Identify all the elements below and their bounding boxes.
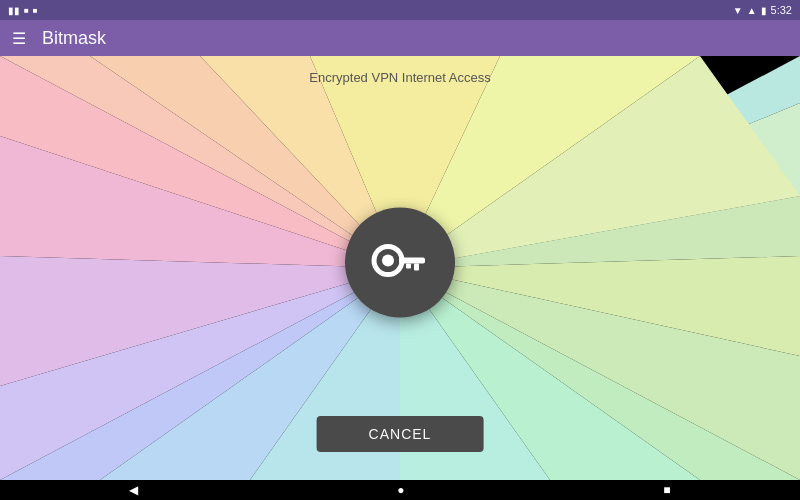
app-icon-1: ■ (24, 6, 29, 15)
network-icon: ▲ (747, 5, 757, 16)
main-content: Encrypted VPN Internet Access CANCEL (0, 56, 800, 480)
status-right: ▼ ▲ ▮ 5:32 (733, 4, 792, 16)
vpn-key-icon[interactable] (345, 208, 455, 318)
recent-button[interactable]: ■ (663, 483, 670, 497)
cancel-button[interactable]: CANCEL (317, 416, 484, 452)
signal-icon: ▼ (733, 5, 743, 16)
back-button[interactable]: ◀ (129, 483, 138, 497)
key-svg (368, 241, 432, 285)
time-display: 5:32 (771, 4, 792, 16)
app-icon-2: ■ (33, 6, 38, 15)
menu-icon[interactable]: ☰ (12, 29, 26, 48)
app-title: Bitmask (42, 28, 106, 49)
svg-rect-25 (406, 264, 411, 269)
svg-rect-23 (399, 258, 425, 264)
home-button[interactable]: ● (397, 483, 404, 497)
toolbar: ☰ Bitmask (0, 20, 800, 56)
svg-rect-24 (414, 264, 419, 271)
svg-point-22 (382, 255, 394, 267)
nav-bar: ◀ ● ■ (0, 480, 800, 500)
battery-icon: ▮ (761, 5, 767, 16)
wifi-icon: ▮▮ (8, 5, 20, 16)
subtitle-text: Encrypted VPN Internet Access (309, 70, 490, 85)
status-left: ▮▮ ■ ■ (8, 5, 38, 16)
status-bar: ▮▮ ■ ■ ▼ ▲ ▮ 5:32 (0, 0, 800, 20)
